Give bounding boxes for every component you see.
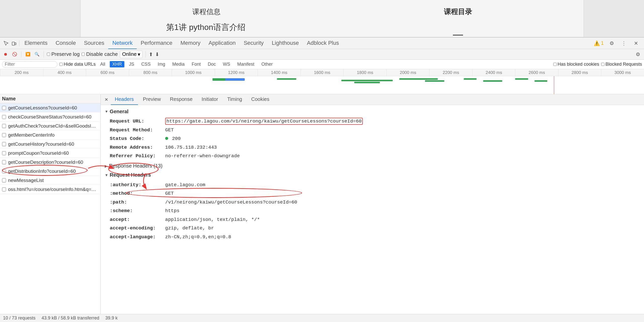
clear-icon[interactable]: 🚫: [11, 51, 18, 58]
blocked-requests-label[interactable]: Blocked Requests: [601, 62, 642, 67]
status-code-key: Status Code:: [110, 135, 165, 142]
blocked-requests-checkbox[interactable]: [601, 63, 604, 66]
network-item-2-checkbox[interactable]: [2, 124, 6, 128]
network-list-panel: Name getCourseLessons?courseId=60 checkC…: [0, 94, 101, 314]
status-bar: 10 / 73 requests 43.9 kB / 58.9 kB trans…: [0, 314, 644, 322]
filter-font[interactable]: Font: [189, 61, 203, 67]
settings-icon[interactable]: ⚙: [608, 39, 616, 47]
network-item-8-checkbox[interactable]: [2, 178, 6, 182]
network-item-0-checkbox[interactable]: [2, 106, 6, 110]
tab-network[interactable]: Network: [108, 37, 137, 49]
headers-tab-cookies[interactable]: Cookies: [247, 94, 273, 105]
tab-adblock[interactable]: Adblock Plus: [303, 37, 343, 49]
headers-tab-preview[interactable]: Preview: [139, 94, 165, 105]
disable-cache-checkbox[interactable]: [82, 53, 85, 56]
disable-cache-label[interactable]: Disable cache: [82, 51, 118, 57]
filter-input[interactable]: [2, 61, 57, 68]
response-section-title: Response Headers (13): [109, 163, 162, 169]
request-headers-table: :authority: gate.lagou.com :method: GET …: [105, 180, 640, 243]
filter-manifest[interactable]: Manifest: [235, 61, 257, 67]
export-icon[interactable]: ⬇: [155, 51, 159, 57]
request-url-row: Request URL: https://gate.lagou.com/v1/n…: [110, 117, 640, 126]
request-url-key: Request URL:: [110, 118, 165, 125]
network-item-4[interactable]: getCourseHistory?courseId=60: [0, 140, 100, 149]
import-icon[interactable]: ⬆: [149, 51, 153, 57]
filter-xhr[interactable]: XHR: [110, 61, 124, 67]
hide-data-urls-checkbox[interactable]: [59, 63, 63, 66]
response-headers-section[interactable]: ▶ Response Headers (13): [105, 162, 640, 171]
filter-media[interactable]: Media: [170, 61, 187, 67]
network-item-3[interactable]: getMemberCenterInfo: [0, 131, 100, 140]
has-blocked-cookies-checkbox[interactable]: [553, 63, 557, 66]
filter-icon[interactable]: 🔽: [24, 51, 31, 58]
tab-security[interactable]: Security: [240, 37, 268, 49]
network-list-header: Name: [0, 94, 100, 103]
filter-js[interactable]: JS: [126, 61, 137, 67]
tab-sources[interactable]: Sources: [80, 37, 108, 49]
preserve-log-label[interactable]: Preserve log: [47, 51, 80, 57]
search-icon[interactable]: 🔍: [33, 51, 41, 58]
network-item-2[interactable]: getAuthCheck?courseCId=&sellGoodsId=69&c…: [0, 122, 100, 131]
inspect-element-icon[interactable]: [2, 39, 10, 47]
network-item-0[interactable]: getCourseLessons?courseId=60: [0, 103, 100, 112]
tab-elements[interactable]: Elements: [20, 37, 52, 49]
timeline-ruler: 200 ms 400 ms 600 ms 800 ms 1000 ms 1200…: [0, 69, 644, 76]
rh-key-5: accept-encoding:: [110, 225, 165, 232]
close-request-panel-btn[interactable]: ✕: [103, 96, 110, 103]
page-sidebar: [0, 0, 81, 37]
tab-memory[interactable]: Memory: [176, 37, 204, 49]
network-item-7[interactable]: getDistributionInfo?courseId=60: [0, 167, 100, 176]
status-transferred: 43.9 kB / 58.9 kB transferred: [42, 315, 99, 321]
filter-css[interactable]: CSS: [139, 61, 153, 67]
network-item-5[interactable]: promptCoupon?courseId=60: [0, 149, 100, 158]
general-section-header[interactable]: ▼ General: [105, 107, 640, 116]
warning-badge[interactable]: ⚠️ 1: [594, 40, 604, 46]
network-item-8[interactable]: newMessageList: [0, 176, 100, 185]
hide-data-urls-label[interactable]: Hide data URLs: [59, 62, 96, 67]
request-method-key: Request Method:: [110, 127, 165, 134]
headers-tab-timing[interactable]: Timing: [223, 94, 246, 105]
has-blocked-cookies-label[interactable]: Has blocked cookies: [553, 62, 599, 67]
warning-count: 1: [601, 40, 604, 46]
preserve-log-checkbox[interactable]: [47, 53, 50, 56]
nav-item-course-catalog[interactable]: 课程目录: [332, 0, 584, 37]
tick-400: 400 ms: [43, 69, 86, 76]
network-item-7-checkbox[interactable]: [2, 169, 6, 173]
devtools-right-icons: ⚠️ 1 ⚙ ⋮ ✕: [594, 39, 642, 47]
network-item-6-checkbox[interactable]: [2, 160, 6, 164]
timeline-bar-1b: [212, 78, 225, 81]
request-headers-section-header[interactable]: ▼ Request Headers: [105, 171, 640, 180]
tab-lighthouse[interactable]: Lighthouse: [268, 37, 303, 49]
network-item-4-checkbox[interactable]: [2, 142, 6, 146]
filter-other[interactable]: Other: [259, 61, 275, 67]
filter-ws[interactable]: WS: [220, 61, 233, 67]
network-item-1-checkbox[interactable]: [2, 115, 6, 119]
main-content: Name getCourseLessons?courseId=60 checkC…: [0, 94, 644, 314]
network-item-5-checkbox[interactable]: [2, 151, 6, 155]
headers-tab-headers[interactable]: Headers: [111, 94, 138, 105]
filter-all[interactable]: All: [98, 61, 108, 67]
network-item-3-checkbox[interactable]: [2, 133, 6, 137]
filter-doc[interactable]: Doc: [205, 61, 218, 67]
remote-address-key: Remote Address:: [110, 144, 165, 151]
network-settings-icon[interactable]: ⚙: [634, 50, 642, 58]
record-icon[interactable]: ⏺: [2, 51, 9, 58]
network-item-6[interactable]: getCourseDescription?courseId=60: [0, 158, 100, 167]
timeline-bar-4: [354, 82, 380, 83]
throttle-select[interactable]: Online ▾: [120, 51, 142, 58]
close-devtools-icon[interactable]: ✕: [632, 39, 640, 47]
tab-performance[interactable]: Performance: [137, 37, 176, 49]
status-code-value: 200: [165, 135, 181, 142]
headers-tab-initiator[interactable]: Initiator: [198, 94, 222, 105]
network-item-1-name: checkCourseShareStatus?courseId=60: [8, 114, 91, 120]
network-item-9-checkbox[interactable]: [2, 187, 6, 191]
headers-tab-response[interactable]: Response: [166, 94, 197, 105]
network-item-1[interactable]: checkCourseShareStatus?courseId=60: [0, 112, 100, 122]
network-item-9[interactable]: oss.html?u=/course/courseInfo.htm&q=311&…: [0, 185, 100, 194]
network-item-0-name: getCourseLessons?courseId=60: [8, 105, 77, 111]
filter-img[interactable]: Img: [155, 61, 168, 67]
more-options-icon[interactable]: ⋮: [620, 39, 628, 47]
tab-console[interactable]: Console: [52, 37, 80, 49]
tab-application[interactable]: Application: [204, 37, 240, 49]
device-toggle-icon[interactable]: [10, 39, 18, 47]
